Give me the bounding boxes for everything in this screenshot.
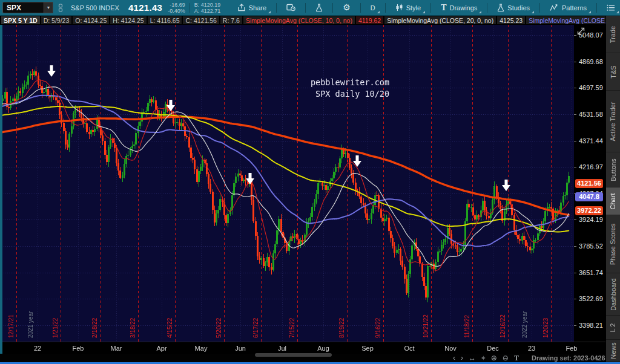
pan-left-icon[interactable]: ‹ xyxy=(453,354,455,362)
opex-date-label[interactable]: 7/15/22 xyxy=(289,318,296,338)
timeframe-button[interactable]: D xyxy=(365,0,381,15)
opex-date-label[interactable]: 12/17/21 xyxy=(8,314,15,338)
drawing-set-label[interactable]: Drawing set: 2023-0426 xyxy=(532,354,605,362)
time-axis-label: Feb xyxy=(73,345,84,352)
fit-width-icon[interactable]: ↔ xyxy=(469,354,476,362)
divider xyxy=(385,3,386,13)
year-label: 2022 year xyxy=(521,311,529,338)
zoom-out-icon[interactable]: ⊖ xyxy=(503,354,509,362)
text-tool-icon[interactable]: T xyxy=(514,354,519,362)
price-tick-label: 3398.21 xyxy=(579,322,603,329)
down-arrow-drawing[interactable] xyxy=(246,173,254,184)
studies-button[interactable]: Studies xyxy=(492,0,535,15)
divider xyxy=(539,3,540,13)
opex-date-label[interactable]: 2/18/22 xyxy=(91,318,99,338)
sidebar-tab-t-s[interactable]: T&S xyxy=(606,53,620,91)
style-button[interactable]: Style xyxy=(390,0,426,15)
price-tick-mark xyxy=(574,114,576,115)
time-axis-label: Aug xyxy=(317,345,329,352)
price-tick-mark xyxy=(574,299,576,299)
price-change: -16.69 -0.40% xyxy=(168,2,185,14)
opex-date-label[interactable]: 1/21/22 xyxy=(52,318,59,338)
time-axis-label: Apr xyxy=(156,345,167,352)
ohlc-field: O: 4124.25 xyxy=(73,16,109,24)
study-label[interactable]: SimpleMovingAvg (CLOSE, 10, 0, no) xyxy=(243,16,355,24)
crosshair-icon[interactable]: ⌖ xyxy=(481,354,486,362)
opex-date-label[interactable]: 10/21/22 xyxy=(423,314,430,338)
sidebar-tab-label: Buttons xyxy=(610,158,617,181)
watermark-line1: pebblewriter.com xyxy=(311,77,389,87)
time-axis-label: 22 xyxy=(34,345,41,352)
ohlc-field: D: 5/9/23 xyxy=(41,16,72,24)
sidebar-tab-active-trader[interactable]: Active Trader xyxy=(606,91,620,152)
toolbar-buttons: Share ⚙ D Style xyxy=(232,0,620,15)
study-label[interactable]: SimpleMovingAvg (CLOSE, xyxy=(526,16,605,24)
price-tick-label: 4531.58 xyxy=(579,111,603,118)
share-button[interactable]: Share xyxy=(232,0,272,15)
list-menu-icon xyxy=(607,4,615,11)
calendar-clock-icon xyxy=(286,4,295,11)
study-label[interactable]: SimpleMovingAvg (CLOSE, 20, 0, no) xyxy=(384,16,496,24)
bid-value: B: 4120.19 xyxy=(194,2,221,8)
sidebar-tab-news[interactable]: News xyxy=(606,340,620,362)
sidebar-tab-l-2[interactable]: L 2 xyxy=(606,316,620,340)
price-tick-label: 5048.07 xyxy=(579,31,603,39)
price-chart-canvas[interactable] xyxy=(0,25,574,342)
symbol-text: SPX xyxy=(3,4,44,12)
sidebar-tab-label: T&S xyxy=(610,65,617,78)
sidebar-tabs: TradeT&SActive TraderButtonsChartPhase S… xyxy=(606,16,620,362)
sidebar-tab-buttons[interactable]: Buttons xyxy=(606,152,620,187)
opex-date-label[interactable]: 6/17/22 xyxy=(252,318,260,338)
price-tick-mark xyxy=(574,62,576,62)
price-bubble: 3972.22 xyxy=(575,206,603,215)
price-tick-label: 3785.52 xyxy=(579,242,603,250)
price-tick-label: 3651.74 xyxy=(579,269,603,276)
sidebar-tab-dashboard[interactable]: Dashboard xyxy=(606,273,620,316)
symbol-dropdown[interactable]: SPX ▼ xyxy=(2,2,53,13)
opex-date-label[interactable]: 1/20/23 xyxy=(542,318,550,338)
sidebar-tab-label: Chart xyxy=(610,193,617,209)
time-axis-label: Dec xyxy=(487,345,499,352)
sidebar-tab-label: Trade xyxy=(610,25,617,42)
sidebar-tab-trade[interactable]: Trade xyxy=(606,16,620,53)
time-axis[interactable]: 22FebMarAprMayJunJulAugSepOctNovDec23Feb xyxy=(0,342,605,354)
opex-date-label[interactable]: 9/16/22 xyxy=(375,318,382,338)
time-axis-label: Sep xyxy=(361,345,374,352)
patterns-button[interactable]: Patterns xyxy=(544,0,592,15)
price-tick-label: 3924.19 xyxy=(579,216,603,223)
ohlc-field: R: 7.6 xyxy=(220,16,242,24)
price-tick-mark xyxy=(574,246,576,247)
pan-right-icon[interactable]: › xyxy=(461,354,463,362)
sidebar-tab-label: Active Trader xyxy=(610,102,617,141)
timeframe-label: D xyxy=(371,4,375,11)
opex-date-label[interactable]: 11/18/22 xyxy=(464,315,471,338)
price-tick-mark xyxy=(574,167,576,167)
symbol-link-icon[interactable] xyxy=(58,4,63,12)
price-tick-mark xyxy=(574,273,576,273)
quick-study-button[interactable] xyxy=(310,0,328,15)
down-arrow-drawing[interactable] xyxy=(353,155,361,167)
sidebar-tab-phase-scores[interactable]: Phase Scores xyxy=(606,215,620,273)
time-scrollbar-thumb[interactable] xyxy=(255,353,332,357)
opex-date-label[interactable]: 8/19/22 xyxy=(338,318,346,338)
opex-date-label[interactable]: 3/18/22 xyxy=(130,318,137,338)
price-tick-mark xyxy=(574,219,576,220)
down-arrow-drawing[interactable] xyxy=(167,100,175,111)
chart-menu-button[interactable] xyxy=(601,0,620,15)
down-arrow-drawing[interactable] xyxy=(47,65,56,77)
opex-date-label[interactable]: 12/16/22 xyxy=(500,314,507,338)
opex-date-label[interactable]: 4/15/22 xyxy=(167,318,174,338)
calendar-button[interactable] xyxy=(281,0,301,15)
price-axis[interactable]: 5048.074869.684697.594531.584371.444216.… xyxy=(574,25,605,342)
drawings-button[interactable]: T Drawings xyxy=(435,0,483,15)
zoom-in-icon[interactable]: ⊕ xyxy=(491,354,497,362)
divider xyxy=(430,3,431,13)
opex-date-label[interactable]: 5/20/22 xyxy=(216,318,223,338)
down-arrow-drawing[interactable] xyxy=(502,180,510,191)
sidebar-tab-chart[interactable]: Chart xyxy=(606,187,620,215)
share-icon xyxy=(237,4,246,11)
divider xyxy=(305,3,306,13)
sidebar-tab-label: Phase Scores xyxy=(610,223,617,264)
settings-button[interactable]: ⚙ xyxy=(337,0,356,15)
candlestick-icon xyxy=(395,4,403,11)
